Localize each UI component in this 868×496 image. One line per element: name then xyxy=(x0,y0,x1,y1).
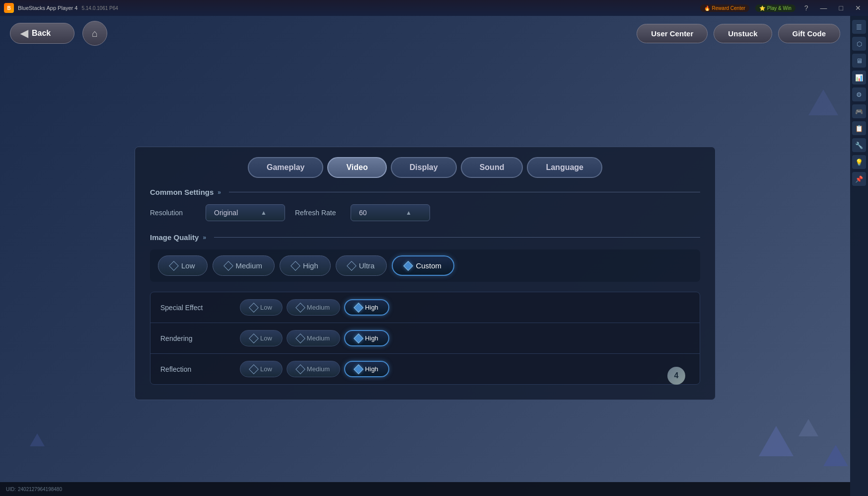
sub-settings-container: Special Effect Low Medium xyxy=(150,292,700,385)
reward-center-btn[interactable]: 🔥 Reward Center xyxy=(700,4,749,12)
sidebar-icon-3[interactable]: 🖥 xyxy=(852,54,866,68)
resolution-value: Original xyxy=(214,209,238,217)
refresh-rate-dropdown[interactable]: 60 ▲ xyxy=(351,204,430,221)
image-quality-section: Image Quality » Low Medium High xyxy=(150,233,700,385)
tab-video[interactable]: Video xyxy=(327,157,386,178)
tab-sound[interactable]: Sound xyxy=(461,157,523,178)
tab-display[interactable]: Display xyxy=(391,157,457,178)
minimize-btn[interactable]: — xyxy=(817,3,830,13)
play-win-btn[interactable]: ⭐ Play & Win xyxy=(755,4,796,12)
quality-btn-medium[interactable]: Medium xyxy=(213,255,275,276)
quality-btn-ultra[interactable]: Ultra xyxy=(336,255,387,276)
common-settings-title: Common Settings xyxy=(150,188,214,196)
gift-code-button[interactable]: Gift Code xyxy=(778,24,841,43)
sidebar-icon-8[interactable]: 🔧 xyxy=(852,138,866,152)
number-badge: 4 xyxy=(667,367,685,385)
home-icon: ⌂ xyxy=(92,28,98,39)
reflection-medium-icon xyxy=(295,364,305,374)
reflection-high-btn[interactable]: High xyxy=(344,361,389,377)
titlebar-left: B BlueStacks App Player 4 5.14.0.1061 P6… xyxy=(4,3,118,13)
user-center-button[interactable]: User Center xyxy=(637,24,708,43)
special-effect-low-btn[interactable]: Low xyxy=(240,299,283,316)
ultra-label: Ultra xyxy=(359,261,375,270)
app-name: BlueStacks App Player 4 xyxy=(18,5,77,11)
refresh-rate-dropdown-arrow: ▲ xyxy=(406,209,412,216)
medium-label: Medium xyxy=(236,261,262,270)
sidebar-icon-7[interactable]: 📋 xyxy=(852,121,866,135)
maximize-btn[interactable]: □ xyxy=(836,3,846,13)
topbar-actions: User Center Unstuck Gift Code xyxy=(637,24,840,43)
quality-buttons-row: Low Medium High Ultra xyxy=(150,249,700,282)
custom-label: Custom xyxy=(416,261,441,270)
quality-btn-custom[interactable]: Custom xyxy=(392,255,454,276)
home-button[interactable]: ⌂ xyxy=(82,21,107,46)
rendering-low-btn[interactable]: Low xyxy=(240,330,283,346)
section-arrows-icon: » xyxy=(217,189,221,196)
sidebar-icon-10[interactable]: 📌 xyxy=(852,172,866,186)
special-effect-medium-btn[interactable]: Medium xyxy=(287,299,340,316)
ultra-diamond-icon xyxy=(347,261,357,271)
resolution-setting: Resolution Original ▲ xyxy=(150,204,285,221)
sidebar-icon-6[interactable]: 🎮 xyxy=(852,104,866,118)
main-content: Gameplay Video Display Sound Language Co… xyxy=(0,51,850,496)
app-version: 5.14.0.1061 P64 xyxy=(81,5,118,11)
sidebar-icon-4[interactable]: 📊 xyxy=(852,71,866,84)
tab-language[interactable]: Language xyxy=(527,157,602,178)
reflection-row: Reflection Low Medium xyxy=(150,354,700,384)
right-sidebar: ☰ ⬡ 🖥 📊 ⚙ 🎮 📋 🔧 💡 📌 xyxy=(850,16,868,496)
app-icon: B xyxy=(4,3,14,13)
badge-number: 4 xyxy=(674,371,679,380)
back-arrow-icon: ◀ xyxy=(20,27,28,39)
quality-btn-low[interactable]: Low xyxy=(158,255,208,276)
common-settings-header: Common Settings » xyxy=(150,188,700,196)
quality-btn-high[interactable]: High xyxy=(280,255,331,276)
refresh-rate-setting: Refresh Rate 60 ▲ xyxy=(295,204,430,221)
special-effect-options: Low Medium High xyxy=(240,299,389,316)
sidebar-icon-5[interactable]: ⚙ xyxy=(852,87,866,101)
sidebar-icon-1[interactable]: ☰ xyxy=(852,20,866,34)
unstuck-button[interactable]: Unstuck xyxy=(714,24,772,43)
resolution-dropdown[interactable]: Original ▲ xyxy=(206,204,285,221)
uid-label: UID: xyxy=(6,487,16,492)
back-label: Back xyxy=(32,29,51,38)
special-effect-low-label: Low xyxy=(260,304,272,311)
reflection-high-label: High xyxy=(365,365,378,373)
rendering-high-btn[interactable]: High xyxy=(344,330,389,346)
low-label: Low xyxy=(181,261,195,270)
rendering-medium-icon xyxy=(295,333,305,343)
reflection-high-icon xyxy=(354,364,363,374)
sidebar-icon-9[interactable]: 💡 xyxy=(852,155,866,169)
rendering-high-icon xyxy=(354,333,363,343)
resolution-label: Resolution xyxy=(150,209,200,217)
rendering-options: Low Medium High xyxy=(240,330,389,346)
special-effect-row: Special Effect Low Medium xyxy=(150,292,700,323)
rendering-medium-btn[interactable]: Medium xyxy=(287,330,340,346)
back-button[interactable]: ◀ Back xyxy=(10,23,74,44)
common-settings-row: Resolution Original ▲ Refresh Rate 60 ▲ xyxy=(150,204,700,221)
help-btn[interactable]: ? xyxy=(801,3,811,13)
custom-diamond-icon xyxy=(404,261,414,271)
content-area: Common Settings » Resolution Original ▲ … xyxy=(135,188,715,385)
reflection-options: Low Medium High xyxy=(240,361,389,377)
special-effect-medium-icon xyxy=(295,303,305,313)
special-effect-high-btn[interactable]: High xyxy=(344,299,389,316)
settings-panel: Gameplay Video Display Sound Language Co… xyxy=(135,147,716,400)
status-bar: UID: 2402127964198480 xyxy=(0,482,850,496)
reflection-medium-btn[interactable]: Medium xyxy=(287,361,340,377)
titlebar: B BlueStacks App Player 4 5.14.0.1061 P6… xyxy=(0,0,868,16)
titlebar-right: 🔥 Reward Center ⭐ Play & Win ? — □ ✕ xyxy=(700,3,864,13)
reflection-label: Reflection xyxy=(160,365,240,373)
close-btn[interactable]: ✕ xyxy=(852,3,864,13)
sidebar-icon-2[interactable]: ⬡ xyxy=(852,37,866,51)
rendering-row: Rendering Low Medium xyxy=(150,323,700,354)
rendering-high-label: High xyxy=(365,334,378,342)
special-effect-medium-label: Medium xyxy=(307,304,330,311)
tabs-container: Gameplay Video Display Sound Language xyxy=(135,157,715,178)
special-effect-high-icon xyxy=(354,303,363,313)
medium-diamond-icon xyxy=(223,261,233,271)
special-effect-label: Special Effect xyxy=(160,304,240,312)
rendering-medium-label: Medium xyxy=(307,334,330,342)
reflection-low-icon xyxy=(249,364,259,374)
reflection-low-btn[interactable]: Low xyxy=(240,361,283,377)
tab-gameplay[interactable]: Gameplay xyxy=(248,157,323,178)
